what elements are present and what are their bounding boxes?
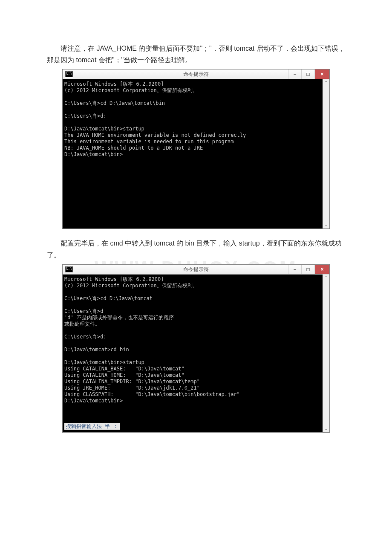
paragraph-2: 配置完毕后，在 cmd 中转入到 tomcat 的 bin 目录下，输入 sta… bbox=[47, 237, 345, 260]
scroll-up-icon[interactable]: ⌃ bbox=[323, 275, 329, 281]
maximize-button[interactable]: □ bbox=[301, 265, 314, 274]
window-titlebar: C:\ 命令提示符 − □ × bbox=[63, 69, 329, 79]
terminal-body: Microsoft Windows [版本 6.2.9200] (c) 2012… bbox=[63, 275, 329, 432]
close-button[interactable]: × bbox=[314, 69, 329, 79]
cmd-window-error: C:\ 命令提示符 − □ × Microsoft Windows [版本 6.… bbox=[62, 69, 330, 229]
terminal-output: Microsoft Windows [版本 6.2.9200] (c) 2012… bbox=[63, 275, 323, 432]
terminal-output: Microsoft Windows [版本 6.2.9200] (c) 2012… bbox=[63, 79, 323, 228]
minimize-button[interactable]: − bbox=[288, 69, 301, 79]
scrollbar[interactable]: ⌃ ⌄ bbox=[323, 79, 329, 228]
scroll-down-icon[interactable]: ⌄ bbox=[323, 425, 329, 432]
cmd-icon: C:\ bbox=[65, 266, 73, 272]
scroll-up-icon[interactable]: ⌃ bbox=[323, 79, 329, 86]
cmd-icon: C:\ bbox=[65, 71, 73, 77]
scroll-down-icon[interactable]: ⌄ bbox=[323, 222, 329, 228]
scrollbar[interactable]: ⌃ ⌄ bbox=[323, 275, 329, 432]
window-titlebar: C:\ 命令提示符 − □ × bbox=[63, 265, 329, 275]
cmd-window-success: C:\ 命令提示符 − □ × Microsoft Windows [版本 6.… bbox=[62, 264, 330, 433]
close-button[interactable]: × bbox=[314, 265, 329, 274]
window-controls: − □ × bbox=[288, 69, 329, 79]
window-controls: − □ × bbox=[288, 265, 329, 274]
ime-status: 搜狗拼音输入法 半 ： bbox=[64, 423, 120, 430]
minimize-button[interactable]: − bbox=[288, 265, 301, 274]
paragraph-1: 请注意，在 JAVA_HOME 的变量值后面不要加"；"，否则 tomcat 启… bbox=[47, 43, 345, 66]
maximize-button[interactable]: □ bbox=[301, 69, 314, 79]
terminal-body: Microsoft Windows [版本 6.2.9200] (c) 2012… bbox=[63, 79, 329, 228]
